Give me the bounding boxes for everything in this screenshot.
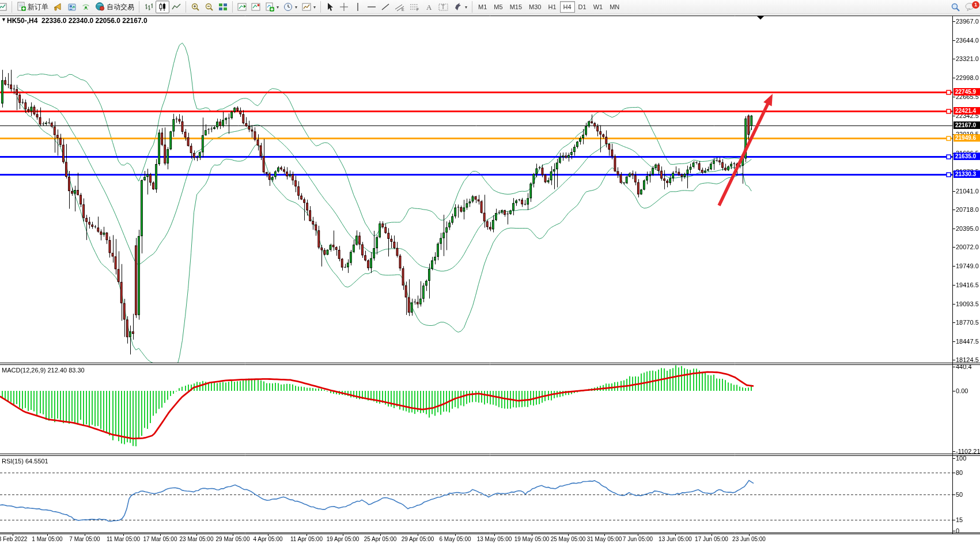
- svg-text:E: E: [402, 7, 404, 12]
- account-report-icon[interactable]: [65, 1, 79, 13]
- price-level-tag[interactable]: 21635.0: [953, 153, 980, 160]
- price-level-tag[interactable]: 21949.6: [953, 134, 980, 142]
- chat-badge: 1: [972, 1, 979, 9]
- bar-chart-mode-icon[interactable]: [142, 1, 156, 13]
- cursor-tool-icon[interactable]: [323, 1, 337, 13]
- timeframe-group: M1M5M15M30H1H4D1W1MN: [475, 1, 623, 13]
- signals-icon[interactable]: [79, 1, 93, 13]
- chat-icon[interactable]: 1: [963, 1, 978, 13]
- timeframe-button-mn[interactable]: MN: [606, 1, 623, 13]
- separator: [186, 1, 186, 13]
- separator: [320, 1, 321, 13]
- horn-icon[interactable]: [51, 1, 65, 13]
- line-chart-mode-icon[interactable]: [169, 1, 183, 13]
- zoom-out-icon[interactable]: [202, 1, 216, 13]
- tile-windows-icon[interactable]: [216, 1, 230, 13]
- timeframe-button-m5[interactable]: M5: [490, 1, 506, 13]
- add-indicator-button[interactable]: ▾: [263, 1, 281, 13]
- svg-text:T: T: [441, 4, 445, 10]
- svg-text:F: F: [417, 7, 419, 12]
- timeframe-button-m30[interactable]: M30: [525, 1, 544, 13]
- arrows-tool-button[interactable]: ▾: [451, 1, 470, 13]
- separator: [472, 1, 472, 13]
- new-order-button[interactable]: 新订单: [14, 1, 51, 13]
- vertical-line-tool-icon[interactable]: [351, 1, 365, 13]
- auto-trade-button[interactable]: 自动交易: [93, 1, 137, 13]
- separator: [232, 1, 233, 13]
- price-level-tag[interactable]: 21330.3: [953, 170, 980, 178]
- timeframe-button-d1[interactable]: D1: [575, 1, 590, 13]
- price-level-tag[interactable]: 22745.9: [953, 88, 980, 96]
- timeframe-button-h1[interactable]: H1: [544, 1, 559, 13]
- price-level-tag[interactable]: 22167.0: [953, 121, 980, 129]
- svg-text:A: A: [426, 3, 432, 12]
- chart-window-icon[interactable]: [0, 1, 9, 13]
- channel-tool-icon[interactable]: E: [392, 1, 407, 13]
- separator: [139, 1, 139, 13]
- trendline-tool-icon[interactable]: [379, 1, 392, 13]
- zoom-in-icon[interactable]: [188, 1, 202, 13]
- chart-canvas[interactable]: [0, 0, 980, 544]
- separator: [12, 1, 12, 13]
- auto-trade-icon: [95, 2, 105, 13]
- new-order-label: 新订单: [28, 2, 48, 12]
- crosshair-tool-icon[interactable]: [337, 1, 351, 13]
- candlestick-mode-icon[interactable]: [156, 1, 169, 13]
- chart-shift-icon[interactable]: [249, 1, 263, 13]
- timeframe-button-m15[interactable]: M15: [506, 1, 525, 13]
- horizontal-line-tool-icon[interactable]: [365, 1, 379, 13]
- main-toolbar: 新订单 自动交易 ▾ ▾: [0, 0, 980, 14]
- dropdown-arrow-icon: ▾: [295, 5, 297, 10]
- text-label-tool-icon[interactable]: T: [436, 1, 451, 13]
- dropdown-arrow-icon: ▾: [277, 5, 279, 10]
- price-level-tag[interactable]: 22421.4: [953, 107, 980, 115]
- templates-button[interactable]: ▾: [300, 1, 318, 13]
- search-icon[interactable]: [948, 1, 963, 13]
- text-tool-icon[interactable]: A: [422, 1, 436, 13]
- timeframe-button-m1[interactable]: M1: [475, 1, 490, 13]
- dropdown-arrow-icon: ▾: [465, 5, 467, 10]
- auto-scroll-icon[interactable]: [235, 1, 249, 13]
- fibonacci-tool-icon[interactable]: F: [407, 1, 422, 13]
- timeframe-button-w1[interactable]: W1: [590, 1, 607, 13]
- periods-button[interactable]: ▾: [281, 1, 300, 13]
- new-order-icon: [17, 2, 26, 13]
- auto-trade-label: 自动交易: [107, 2, 134, 12]
- timeframe-button-h4[interactable]: H4: [560, 1, 575, 13]
- dropdown-arrow-icon: ▾: [313, 5, 316, 10]
